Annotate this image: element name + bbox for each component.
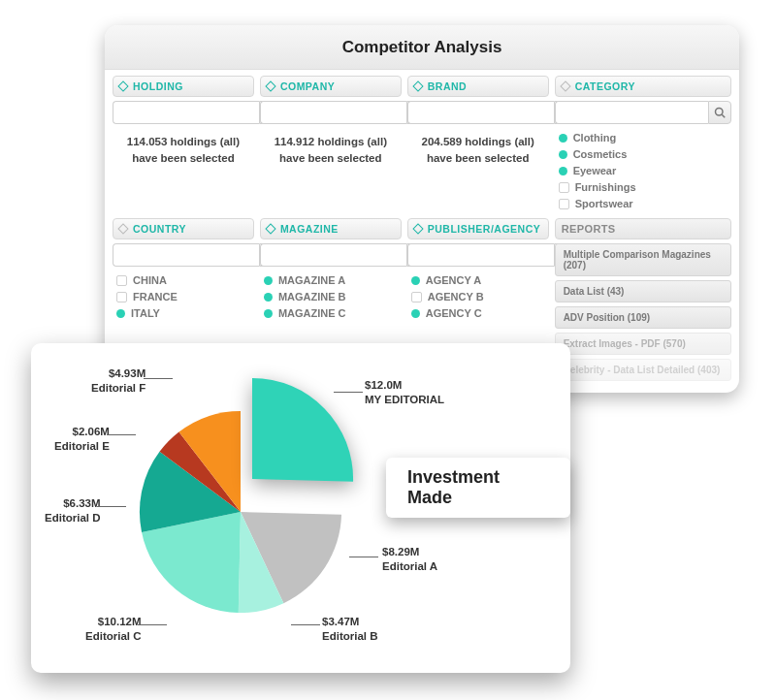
filter-header-category[interactable]: CATEGORY <box>555 76 731 97</box>
slice-label-b: $3.47M Editorial B <box>322 615 378 644</box>
slice-label-my-editorial: $12.0M MY EDITORIAL <box>365 378 444 407</box>
filter-row-1: HOLDING 114.053 holdings (all) have been… <box>105 70 739 212</box>
search-company <box>260 101 402 124</box>
checkbox-icon <box>559 199 569 209</box>
search-brand <box>407 101 549 124</box>
publisher-item[interactable]: AGENCY A <box>407 272 549 289</box>
magazine-item[interactable]: MAGAZINE C <box>260 305 402 322</box>
publisher-item[interactable]: AGENCY C <box>407 305 549 322</box>
filter-header-magazine[interactable]: MAGAZINE <box>260 218 402 239</box>
category-item[interactable]: Clothing <box>555 130 731 146</box>
diamond-icon <box>560 80 570 91</box>
category-item[interactable]: Cosmetics <box>555 146 731 163</box>
magazine-item[interactable]: MAGAZINE A <box>260 272 402 289</box>
filter-header-country[interactable]: COUNTRY <box>113 218 254 239</box>
diamond-icon <box>265 80 275 91</box>
filter-header-publisher[interactable]: PUBLISHER/AGENCY <box>407 218 549 239</box>
filter-header-reports: REPORTS <box>555 218 731 239</box>
checkbox-icon <box>559 182 569 193</box>
holding-status: 114.053 holdings (all) have been selecte… <box>116 134 250 168</box>
search-input-brand[interactable] <box>407 101 554 124</box>
checkbox-icon <box>116 292 127 302</box>
company-status: 114.912 holdings (all) have been selecte… <box>264 134 398 168</box>
dot-icon <box>411 276 420 285</box>
filter-brand: BRAND 204.589 holdings (all) have been s… <box>407 76 549 212</box>
slice-label-d: $6.33M Editorial D <box>45 496 101 525</box>
chart-title-chip: Investment Made <box>386 458 570 518</box>
filter-reports: REPORTS Multiple Comparison Magazines (2… <box>555 218 731 381</box>
leader-line <box>144 378 173 379</box>
leader-line <box>97 506 126 507</box>
checkbox-icon <box>116 275 127 286</box>
filter-header-holding[interactable]: HOLDING <box>113 76 254 97</box>
pie-raised-slice <box>147 374 357 584</box>
filter-header-company[interactable]: COMPANY <box>260 76 402 97</box>
search-input-holding[interactable] <box>113 101 259 124</box>
panel-title: Competitor Analysis <box>105 25 739 70</box>
analysis-panel: Competitor Analysis HOLDING 114.053 hold… <box>105 25 739 393</box>
dot-icon <box>559 134 567 143</box>
filter-label: CATEGORY <box>575 80 635 92</box>
report-item[interactable]: Celebrity - Data List Detailed (403) <box>555 359 731 381</box>
search-country <box>113 243 254 267</box>
leader-line <box>291 624 320 625</box>
diamond-icon <box>265 223 275 234</box>
search-button-category[interactable] <box>708 101 731 124</box>
magazine-item[interactable]: MAGAZINE B <box>260 289 402 305</box>
magazine-list: MAGAZINE A MAGAZINE B MAGAZINE C <box>260 272 402 322</box>
publisher-list: AGENCY A AGENCY B AGENCY C <box>407 272 549 322</box>
filter-label: REPORTS <box>562 223 616 235</box>
dot-icon <box>559 150 567 159</box>
publisher-item[interactable]: AGENCY B <box>407 289 549 305</box>
dot-icon <box>264 293 273 302</box>
leader-line <box>334 392 363 393</box>
report-item[interactable]: Data List (43) <box>555 280 731 302</box>
filter-header-brand[interactable]: BRAND <box>407 76 549 97</box>
filter-label: COUNTRY <box>133 223 186 235</box>
category-list: Clothing Cosmetics Eyewear Furnishings S… <box>555 130 731 212</box>
category-item[interactable]: Sportswear <box>555 196 731 212</box>
search-category <box>555 101 731 124</box>
report-item[interactable]: ADV Position (109) <box>555 306 731 329</box>
filter-company: COMPANY 114.912 holdings (all) have been… <box>260 76 402 212</box>
country-item[interactable]: CHINA <box>113 272 254 289</box>
report-item[interactable]: Extract Images - PDF (570) <box>555 333 731 355</box>
search-input-country[interactable] <box>113 243 259 267</box>
slice-label-e: $2.06M Editorial E <box>54 425 110 454</box>
slice-label-f: $4.93M Editorial F <box>91 366 146 396</box>
filter-label: PUBLISHER/AGENCY <box>428 223 541 235</box>
dot-icon <box>411 309 420 318</box>
brand-status: 204.589 holdings (all) have been selecte… <box>411 134 545 168</box>
checkbox-icon <box>411 292 422 302</box>
dot-icon <box>116 309 125 318</box>
category-item[interactable]: Furnishings <box>555 179 731 196</box>
slice-label-c: $10.12M Editorial C <box>85 615 142 644</box>
search-input-company[interactable] <box>260 101 406 124</box>
filter-holding: HOLDING 114.053 holdings (all) have been… <box>113 76 254 212</box>
filter-label: BRAND <box>428 80 467 92</box>
dot-icon <box>264 309 273 318</box>
dot-icon <box>264 276 273 285</box>
filter-label: HOLDING <box>133 80 183 92</box>
diamond-icon <box>117 223 128 234</box>
diamond-icon <box>117 80 128 91</box>
country-item[interactable]: FRANCE <box>113 289 254 305</box>
svg-line-7 <box>722 114 725 117</box>
filter-category: CATEGORY Clothing Cosmetics Eyewear Furn… <box>555 76 731 212</box>
search-input-category[interactable] <box>555 101 708 124</box>
report-item[interactable]: Multiple Comparison Magazines (207) <box>555 243 731 276</box>
reports-list: Multiple Comparison Magazines (207) Data… <box>555 243 731 381</box>
search-input-publisher[interactable] <box>407 243 554 267</box>
country-list: CHINA FRANCE ITALY <box>113 272 254 322</box>
slice-label-a: $8.29M Editorial A <box>382 545 437 574</box>
leader-line <box>138 624 167 625</box>
diamond-icon <box>412 223 423 234</box>
category-item[interactable]: Eyewear <box>555 163 731 179</box>
svg-point-6 <box>715 109 723 116</box>
search-magazine <box>260 243 402 267</box>
country-item[interactable]: ITALY <box>113 305 254 322</box>
search-publisher <box>407 243 549 267</box>
diamond-icon <box>412 80 423 91</box>
dot-icon <box>559 167 567 175</box>
search-input-magazine[interactable] <box>260 243 406 267</box>
